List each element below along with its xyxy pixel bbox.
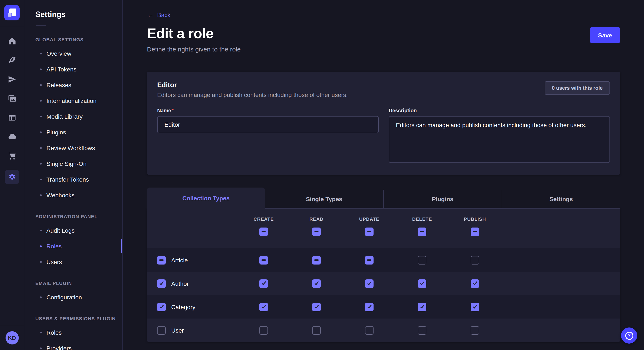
category-read-checkbox-checked[interactable] <box>312 303 321 311</box>
article-read-checkbox-indeterminate[interactable] <box>312 256 321 264</box>
bullet-icon <box>40 68 42 70</box>
master-read-checkbox-indeterminate[interactable] <box>312 227 321 236</box>
nav-section-label: GLOBAL SETTINGS <box>35 37 122 42</box>
media-library-icon[interactable] <box>7 93 17 103</box>
row-label-cell: Category <box>147 303 237 311</box>
author-publish-checkbox-checked[interactable] <box>471 279 479 288</box>
subnav-title: Settings <box>24 10 122 19</box>
category-create-checkbox-checked[interactable] <box>260 303 268 311</box>
name-input[interactable] <box>157 116 378 133</box>
row-label-cell: Author <box>147 279 237 288</box>
layout-icon[interactable] <box>7 112 17 123</box>
sidebar-item-plugins[interactable]: Plugins <box>24 124 122 140</box>
sidebar-item-internationalization[interactable]: Internationalization <box>24 93 122 108</box>
user-delete-checkbox-unchecked[interactable] <box>418 326 426 335</box>
cell-article-create <box>237 256 290 264</box>
sidebar-item-roles[interactable]: Roles <box>24 325 122 340</box>
master-update-checkbox-indeterminate[interactable] <box>365 227 374 236</box>
nav-item-label: Single Sign-On <box>46 160 86 167</box>
role-description-text: Editors can manage and publish contents … <box>157 91 348 98</box>
user-create-checkbox-unchecked[interactable] <box>260 326 268 335</box>
cell-category-publish <box>448 303 501 311</box>
tab-plugins[interactable]: Plugins <box>383 190 502 209</box>
row-user-checkbox-unchecked[interactable] <box>157 326 166 335</box>
subnav-title-divider <box>36 25 46 26</box>
user-publish-checkbox-unchecked[interactable] <box>471 326 479 335</box>
sidebar-item-overview[interactable]: Overview <box>24 45 122 61</box>
author-delete-checkbox-checked[interactable] <box>418 279 426 288</box>
main-content: ← Back Edit a role Define the rights giv… <box>123 0 644 350</box>
back-link[interactable]: ← Back <box>147 11 170 18</box>
settings-gear-icon[interactable] <box>5 170 19 184</box>
save-button[interactable]: Save <box>590 27 620 43</box>
description-textarea[interactable]: Editors can manage and publish contents … <box>389 116 610 163</box>
tab-collection-types[interactable]: Collection Types <box>147 187 265 209</box>
user-update-checkbox-unchecked[interactable] <box>365 326 374 335</box>
help-button[interactable]: ? <box>621 328 637 344</box>
article-update-checkbox-indeterminate[interactable] <box>365 256 374 264</box>
row-article-checkbox-indeterminate[interactable] <box>157 256 166 264</box>
indeterminate-dash-icon <box>314 231 318 232</box>
nav-item-label: Releases <box>46 81 71 88</box>
author-update-checkbox-checked[interactable] <box>365 279 374 288</box>
check-icon <box>473 280 477 285</box>
tab-single-types[interactable]: Single Types <box>265 190 383 209</box>
sidebar-item-review-workflows[interactable]: Review Workflows <box>24 140 122 156</box>
table-row-article: Article <box>147 248 620 272</box>
users-with-role-badge[interactable]: 0 users with this role <box>544 81 610 95</box>
cell-user-create <box>237 326 290 335</box>
home-icon[interactable] <box>7 36 17 46</box>
row-label-cell: User <box>147 326 237 335</box>
author-create-checkbox-checked[interactable] <box>260 279 268 288</box>
master-delete-checkbox-indeterminate[interactable] <box>418 227 426 236</box>
sidebar-item-roles[interactable]: Roles <box>24 238 122 254</box>
article-delete-checkbox-unchecked[interactable] <box>418 256 426 264</box>
table-row-author: Author <box>147 272 620 295</box>
question-mark-icon: ? <box>625 332 633 340</box>
sidebar-item-single-sign-on[interactable]: Single Sign-On <box>24 156 122 172</box>
category-delete-checkbox-checked[interactable] <box>418 303 426 311</box>
send-icon[interactable] <box>7 74 17 84</box>
permissions-section: Collection TypesSingle TypesPluginsSetti… <box>147 187 620 342</box>
sidebar-item-webhooks[interactable]: Webhooks <box>24 187 122 203</box>
nav-item-label: Roles <box>46 243 62 249</box>
master-create-checkbox-indeterminate[interactable] <box>260 227 268 236</box>
sidebar-item-transfer-tokens[interactable]: Transfer Tokens <box>24 172 122 187</box>
tab-settings[interactable]: Settings <box>502 190 620 209</box>
check-icon <box>420 304 424 309</box>
column-label: DELETE <box>412 216 432 222</box>
sidebar-item-audit-logs[interactable]: Audit Logs <box>24 222 122 238</box>
feather-icon[interactable] <box>7 55 17 65</box>
strapi-logo[interactable] <box>4 5 20 20</box>
sidebar-item-media-library[interactable]: Media Library <box>24 108 122 124</box>
sidebar-item-configuration[interactable]: Configuration <box>24 289 122 305</box>
row-label: Article <box>171 257 188 263</box>
sidebar-item-users[interactable]: Users <box>24 254 122 270</box>
article-create-checkbox-indeterminate[interactable] <box>260 256 268 264</box>
master-publish-checkbox-indeterminate[interactable] <box>471 227 479 236</box>
row-label: User <box>171 327 184 334</box>
row-author-checkbox-checked[interactable] <box>157 279 166 288</box>
category-update-checkbox-checked[interactable] <box>365 303 374 311</box>
sidebar-item-providers[interactable]: Providers <box>24 340 122 350</box>
table-row-user: User <box>147 319 620 342</box>
description-field-group: Description Editors can manage and publi… <box>389 108 610 165</box>
bullet-icon <box>40 131 42 133</box>
author-read-checkbox-checked[interactable] <box>312 279 321 288</box>
row-label-cell: Article <box>147 256 237 264</box>
user-avatar[interactable]: KD <box>5 331 18 344</box>
category-publish-checkbox-checked[interactable] <box>471 303 479 311</box>
user-read-checkbox-unchecked[interactable] <box>312 326 321 335</box>
indeterminate-dash-icon <box>262 231 266 232</box>
bullet-icon <box>40 229 42 231</box>
bullet-icon <box>40 147 42 149</box>
sidebar-item-api-tokens[interactable]: API Tokens <box>24 61 122 77</box>
cart-icon[interactable] <box>7 151 17 161</box>
sidebar-item-releases[interactable]: Releases <box>24 77 122 93</box>
row-category-checkbox-checked[interactable] <box>157 303 166 311</box>
check-icon <box>473 304 477 309</box>
cell-article-update <box>343 256 396 264</box>
check-icon <box>262 280 266 285</box>
article-publish-checkbox-unchecked[interactable] <box>471 256 479 264</box>
cloud-icon[interactable] <box>7 131 17 142</box>
